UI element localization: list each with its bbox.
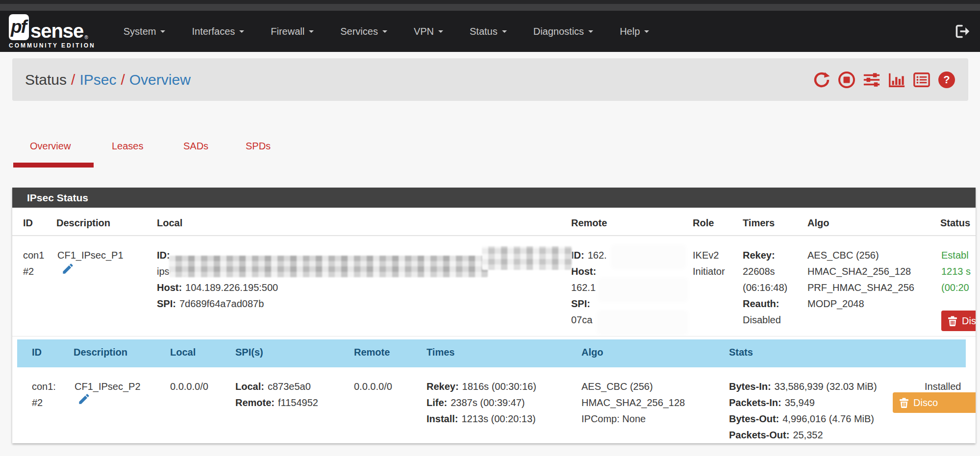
p2-col-stats: Stats [729,347,753,358]
refresh-icon[interactable] [813,71,830,89]
redaction-block [600,280,686,300]
stat-value: 35,949 [785,397,815,408]
nav-menu: System Interfaces Firewall Services VPN … [110,11,662,52]
sense-logo-text: sense [30,22,83,40]
p2-cell-spi: Local:c873e5a0 Remote:f1154952 [235,379,318,411]
nav-item-label: Services [340,26,378,37]
p1-col-timers: Timers [743,217,775,229]
remote-host-label: Host: [571,266,596,277]
breadcrumb-overview-link[interactable]: Overview [129,72,191,88]
top-navbar: pf sense ® COMMUNITY EDITION System Inte… [0,11,980,52]
p2-cell-remote: 0.0.0.0/0 [354,379,392,395]
p2-local: 0.0.0.0/0 [170,379,208,395]
rekey-label: Rekey: [743,250,775,261]
stat-label: Bytes-In: [729,381,771,392]
spi-local-value: c873e5a0 [268,381,311,392]
p1-col-algo: Algo [807,217,829,229]
redaction-block [169,256,488,277]
local-id-label: ID: [157,250,170,261]
tab-sads[interactable]: SADs [183,141,208,152]
algo-line: PRF_HMAC_SHA2_256 [807,280,914,296]
help-icon[interactable]: ? [938,71,955,89]
nav-item-interfaces[interactable]: Interfaces [178,11,257,52]
question-glyph: ? [938,72,955,88]
nav-item-firewall[interactable]: Firewall [257,11,327,52]
disconnect-label: Disco [913,397,938,408]
p1-header-rule [12,235,976,236]
remote-host-value: 162.1 [571,282,596,293]
breadcrumb-separator: / [67,72,79,88]
nav-item-help[interactable]: Help [606,11,662,52]
local-spi-label: SPI: [157,298,176,309]
list-icon[interactable] [913,71,930,89]
nav-item-diagnostics[interactable]: Diagnostics [520,11,606,52]
nav-item-status[interactable]: Status [456,11,520,52]
disconnect-p1-button[interactable]: Dis [941,311,976,331]
row-divider [12,336,976,336]
chevron-down-icon [502,30,507,33]
p1-id-line2: #2 [23,264,44,280]
remote-spi-label: SPI: [571,298,590,309]
p1-cell-algo: AES_CBC (256) HMAC_SHA2_256_128 PRF_HMAC… [807,247,914,312]
p1-cell-description: CF1_IPsec_P1 [57,247,124,264]
tab-overview[interactable]: Overview [30,141,71,152]
remote-spi-value: 07ca [571,314,592,325]
local-host-label: Host: [157,282,182,293]
rekey-time: (06:16:48) [743,280,787,296]
stat-value: 4,996,016 (4.76 MiB) [782,413,874,424]
p2-cell-id: con1: #2 [32,379,56,411]
nav-item-services[interactable]: Services [327,11,401,52]
nav-item-label: System [124,26,156,37]
trash-icon [948,315,957,327]
nav-item-label: Diagnostics [533,26,584,37]
edit-pencil-icon[interactable] [61,262,75,277]
disconnect-label: Dis [962,315,976,327]
nav-item-label: VPN [414,26,434,37]
redaction-block [482,246,572,270]
trash-icon [899,397,909,408]
p1-cell-id: con1 #2 [23,247,44,280]
bar-chart-icon[interactable] [888,71,905,89]
stop-circle-icon[interactable] [838,71,855,89]
chevron-down-icon [438,30,443,33]
remote-id-label: ID: [571,250,584,261]
p2-cell-times: Rekey:1816s (00:30:16) Life:2387s (00:39… [427,379,536,427]
panel-title: IPsec Status [12,188,976,208]
p2-col-id: ID [32,347,42,358]
edit-pencil-icon[interactable] [77,392,91,408]
chevron-down-icon [382,30,387,33]
pfsense-logo[interactable]: pf sense ® COMMUNITY EDITION [9,14,96,49]
breadcrumb-bar: Status/IPsec/Overview [12,58,968,101]
pf-logo-box: pf [9,14,29,40]
community-edition-label: COMMUNITY EDITION [9,42,96,49]
chevron-down-icon [160,30,165,33]
nav-item-label: Interfaces [192,26,235,37]
nav-item-label: Help [620,26,640,37]
chevron-down-icon [588,30,593,33]
status-line: Establ [941,247,971,264]
nav-item-label: Status [470,26,498,37]
p2-col-description: Description [74,347,127,358]
breadcrumb-separator: / [116,72,129,88]
time-value: 2387s (00:39:47) [451,397,525,408]
reauth-value: Disabled [743,312,787,328]
remote-id-value: 162. [588,250,607,261]
p1-id-line1: con1 [23,247,44,264]
p2-remote: 0.0.0.0/0 [354,379,392,395]
window-top-strip [0,0,980,4]
sign-out-icon[interactable] [955,24,970,39]
nav-item-vpn[interactable]: VPN [401,11,456,52]
stat-label: Packets-Out: [729,430,789,440]
breadcrumb-ipsec-link[interactable]: IPsec [79,72,116,88]
algo-line: AES_CBC (256) [581,379,685,395]
chevron-down-icon [309,30,314,33]
p2-id-line1: con1: [32,379,56,395]
time-value: 1816s (00:30:16) [462,381,536,392]
tab-leases[interactable]: Leases [112,141,144,152]
disconnect-p2-button[interactable]: Disco [893,392,976,413]
active-tab-underline [13,163,94,168]
tab-spds[interactable]: SPDs [246,141,271,152]
p2-cell-stats: Bytes-In:33,586,939 (32.03 MiB) Packets-… [729,379,877,443]
nav-item-system[interactable]: System [110,11,179,52]
sliders-icon[interactable] [863,71,880,89]
